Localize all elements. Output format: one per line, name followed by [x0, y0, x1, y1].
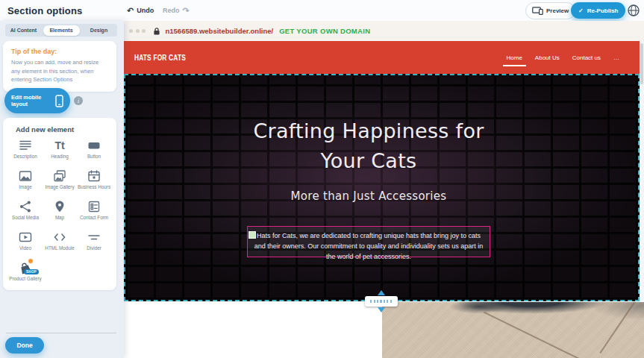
republish-label: Re-Publish — [587, 7, 619, 14]
hero-subheading[interactable]: More than Just Accessories — [125, 189, 612, 203]
nav-home-label: Home — [507, 54, 522, 61]
tab-design[interactable]: Design — [81, 24, 117, 37]
preview-scrollbar-thumb[interactable] — [640, 43, 643, 84]
video-icon — [18, 230, 33, 245]
add-element-map[interactable]: Map — [43, 199, 77, 226]
element-label: Product Gallery — [9, 276, 41, 282]
add-element-social-media[interactable]: Social Media — [8, 199, 43, 226]
svg-text:Tt: Tt — [54, 139, 65, 151]
element-drag-handle[interactable] — [248, 231, 256, 239]
element-label: Image Gallery — [45, 184, 74, 190]
redo-icon: ↷ — [183, 7, 190, 15]
site-url: n1566589.websitebuilder.online/ — [166, 27, 274, 35]
element-grid: Description Tt Heading — [3, 136, 116, 289]
tip-of-the-day-card: Tip of the day: Now you can add, move an… — [3, 41, 116, 92]
top-bar: Section options ↶ Undo Redo ↷ Preview ✓ … — [0, 0, 644, 21]
element-label: Business Hours — [78, 184, 110, 190]
add-element-video[interactable]: Video — [8, 230, 43, 257]
nav-more-menu[interactable]: … — [613, 54, 619, 61]
resize-down-arrow-icon — [378, 307, 385, 313]
sidebar-tab-bar: AI Content Elements Design — [5, 24, 117, 37]
element-label: Description — [13, 154, 37, 160]
button-icon — [87, 138, 101, 153]
hero-heading[interactable]: Crafting Happiness for Your Cats — [242, 116, 495, 176]
element-label: Video — [19, 245, 31, 251]
window-dot-icon — [129, 29, 133, 33]
redo-label: Redo — [163, 7, 180, 14]
edit-mobile-layout-button[interactable]: Edit mobile layout — [4, 88, 70, 113]
heading-tt-icon: Tt — [52, 138, 67, 153]
mobile-phone-icon — [55, 95, 63, 107]
text-lines-icon — [18, 138, 33, 153]
hero-paragraph-text: Hats for Cats, we are dedicated to craft… — [254, 232, 484, 260]
add-element-title: Add new element — [16, 125, 116, 134]
tab-elements[interactable]: Elements — [43, 25, 80, 36]
image-gallery-icon — [52, 169, 67, 183]
grip-dots-icon — [370, 300, 393, 303]
element-label: Heading — [51, 154, 68, 160]
element-label: HTML Module — [45, 245, 74, 251]
add-element-panel: Add new element Description Tt — [3, 118, 116, 290]
undo-label: Undo — [137, 7, 154, 14]
done-button[interactable]: Done — [5, 337, 44, 354]
add-element-contact-form[interactable]: Contact Form — [77, 199, 111, 226]
preview-label: Preview — [546, 7, 569, 14]
window-dot-icon — [136, 29, 140, 33]
add-element-divider[interactable]: Divider — [77, 230, 111, 257]
resize-up-arrow-icon — [378, 290, 385, 295]
preview-button[interactable]: Preview — [525, 2, 575, 19]
get-own-domain-link[interactable]: GET YOUR OWN DOMAIN — [279, 27, 370, 35]
add-element-image-gallery[interactable]: Image Gallery — [43, 169, 77, 195]
redo-button[interactable]: Redo ↷ — [163, 0, 190, 21]
section-resize-handle[interactable] — [365, 296, 398, 307]
check-icon: ✓ — [578, 7, 584, 14]
site-header: HATS FOR CATS Home About Us Contact us … — [124, 41, 640, 74]
republish-button[interactable]: ✓ Re-Publish — [571, 2, 625, 19]
add-element-description[interactable]: Description — [8, 138, 43, 165]
sidebar: AI Content Elements Design Tip of the da… — [0, 21, 124, 358]
language-globe-icon[interactable] — [627, 4, 640, 17]
calendar-icon — [87, 169, 101, 183]
shop-badge: SHOP — [24, 269, 39, 274]
add-element-image[interactable]: Image — [8, 169, 43, 195]
site-nav: Home About Us Contact us … — [507, 41, 620, 74]
nav-contact-us[interactable]: Contact us — [572, 54, 601, 61]
add-element-heading[interactable]: Tt Heading — [43, 138, 77, 165]
add-element-button[interactable]: Button — [77, 138, 111, 165]
browser-bar: n1566589.websitebuilder.online/ GET YOUR… — [124, 21, 644, 41]
window-dot-icon — [142, 29, 146, 33]
element-label: Social Media — [12, 215, 39, 221]
active-nav-underline — [503, 65, 526, 66]
undo-icon: ↶ — [127, 7, 134, 15]
add-element-html-module[interactable]: HTML Module — [43, 230, 77, 257]
notification-badge — [28, 258, 34, 264]
map-pin-icon — [52, 199, 67, 214]
element-label: Divider — [87, 245, 101, 251]
form-icon — [87, 199, 101, 214]
lock-icon — [153, 27, 160, 36]
element-label: Map — [55, 215, 64, 221]
add-element-product-gallery[interactable]: SHOP Product Gallery — [8, 260, 43, 287]
nav-about-us[interactable]: About Us — [535, 54, 560, 61]
info-icon[interactable]: i — [74, 96, 83, 105]
nav-home[interactable]: Home — [507, 54, 522, 61]
share-icon — [18, 199, 33, 214]
app-window: Section options ↶ Undo Redo ↷ Preview ✓ … — [0, 0, 644, 358]
hero-section-selected[interactable]: Crafting Happiness for Your Cats More th… — [124, 74, 640, 301]
site-logo[interactable]: HATS FOR CATS — [134, 41, 186, 74]
add-element-business-hours[interactable]: Business Hours — [77, 169, 111, 195]
hero-paragraph-selected[interactable]: Hats for Cats, we are dedicated to craft… — [247, 226, 490, 257]
tab-ai-content[interactable]: AI Content — [5, 24, 42, 37]
divider-icon — [87, 230, 101, 245]
sidebar-divider — [6, 333, 116, 333]
element-label: Image — [19, 184, 32, 190]
element-label: Button — [87, 154, 101, 160]
carpet-seam — [484, 312, 598, 358]
page-title: Section options — [7, 0, 83, 21]
undo-button[interactable]: ↶ Undo — [127, 0, 154, 21]
tip-title: Tip of the day: — [11, 48, 108, 55]
image-icon — [18, 169, 33, 183]
carpet-seam — [599, 302, 642, 354]
carpet-photo — [382, 302, 644, 358]
element-label: Contact Form — [80, 215, 108, 221]
